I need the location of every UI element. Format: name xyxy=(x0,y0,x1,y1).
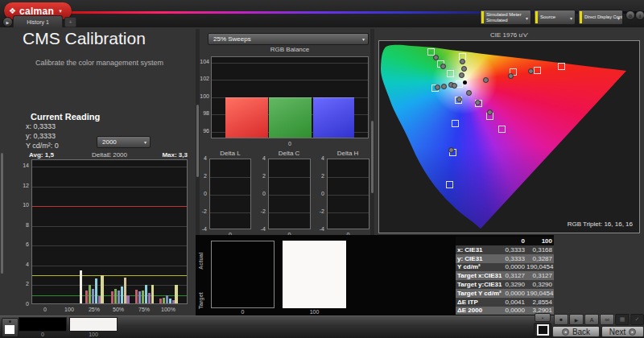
results-cell-value: 0,0000 xyxy=(502,263,526,270)
left-splitter[interactable] xyxy=(0,29,3,315)
deltae-xtick-label: 50% xyxy=(109,307,128,312)
reference-line xyxy=(32,295,187,296)
gridline xyxy=(32,285,187,286)
tab-scroll-button[interactable]: ▶ xyxy=(2,17,13,27)
gridline xyxy=(269,177,310,178)
settings-round-button[interactable]: ⚙ xyxy=(625,10,635,20)
yellow-status-bar xyxy=(535,11,538,23)
window-pattern-button[interactable] xyxy=(2,318,19,337)
deltae-bar xyxy=(85,291,88,303)
auto-advance-button[interactable]: A xyxy=(584,314,599,325)
delta-c-plot xyxy=(268,159,311,229)
confirm-button[interactable]: ✓ xyxy=(630,314,644,325)
pattern-thumb-0[interactable] xyxy=(19,317,67,332)
current-reading-heading: Current Reading xyxy=(31,112,100,122)
rgb-ytick-label: 102 xyxy=(192,76,209,81)
measure-play-button[interactable]: ▶ xyxy=(569,314,584,325)
results-cell-value: 2,8554 xyxy=(526,299,554,306)
delta-ytick-label: 2 xyxy=(313,173,324,179)
gridline xyxy=(269,195,310,196)
results-row-label: ΔE ITP xyxy=(456,299,502,306)
delta-ytick-label: 0 xyxy=(196,191,207,196)
deltae-bar xyxy=(114,289,117,303)
cie-target-marker xyxy=(446,181,453,188)
next-button[interactable]: Next ▸ xyxy=(601,326,644,337)
back-button[interactable]: ◂ Back xyxy=(552,326,600,337)
pattern-thumb-label: 100 xyxy=(69,332,118,337)
results-column-header: 100 xyxy=(526,237,554,245)
deltae-bar xyxy=(121,286,123,304)
meter-dropdown-line2: Simulated xyxy=(486,18,522,23)
forward-arrow-icon: ▸ xyxy=(629,328,636,336)
gridline xyxy=(210,177,250,178)
measure-stop-button[interactable]: ■ xyxy=(554,314,568,325)
right-splitter[interactable] xyxy=(370,29,374,235)
deltae-bar xyxy=(175,285,177,303)
results-cell-value: 0,3290 xyxy=(502,281,526,288)
pattern-grid-button[interactable]: ▦ xyxy=(615,314,630,325)
new-tab-button[interactable]: + xyxy=(64,17,76,27)
deltae-bar xyxy=(172,300,175,303)
tab-history-1[interactable]: History 1 xyxy=(13,15,63,27)
results-table-header: 0100 xyxy=(456,237,554,245)
white-window-icon xyxy=(5,325,14,334)
gridline xyxy=(210,212,250,213)
deltae-bar xyxy=(159,299,162,303)
dropdown-value: 25% Sweeps xyxy=(213,35,251,43)
results-table: 0100x: CIE310,33330,3168y: CIE310,33330,… xyxy=(456,237,554,315)
deltae-ytick-label: 10 xyxy=(14,202,29,208)
results-cell-value: 0,3127 xyxy=(526,272,554,279)
results-cell-value: 0,3127 xyxy=(502,272,526,279)
chevron-down-icon: ▾ xyxy=(362,36,365,42)
deltae-bar xyxy=(169,299,171,303)
gridline xyxy=(32,167,187,167)
cie-target-marker xyxy=(498,126,506,133)
delta-ytick-label: 4 xyxy=(196,155,207,161)
delta-ytick-label: -2 xyxy=(254,208,266,214)
yellow-status-bar xyxy=(481,11,484,23)
gridline xyxy=(32,187,187,188)
meter-dropdown-button[interactable]: Simulated Meter Simulated ▾ xyxy=(480,10,531,25)
next-button-label: Next xyxy=(609,328,626,336)
back-button-label: Back xyxy=(572,328,590,336)
back-arrow-icon: ◂ xyxy=(562,328,569,336)
results-row-label: x: CIE31 xyxy=(456,246,502,254)
deltae-ytick-label: 0 xyxy=(14,301,29,307)
play-icon: ▶ xyxy=(6,20,10,25)
delta-ytick-label: 2 xyxy=(196,173,207,179)
rgb-ytick-label: 100 xyxy=(192,93,209,99)
pattern-window-toggle-button[interactable] xyxy=(534,323,551,336)
source-dropdown-button[interactable]: Source ▾ xyxy=(534,10,576,25)
cie-measurement-marker xyxy=(460,59,465,64)
results-row-label: Y cd/m² xyxy=(456,263,502,270)
reference-line xyxy=(32,275,187,276)
pattern-thumb-100[interactable] xyxy=(69,317,118,332)
dot-icon xyxy=(9,320,11,323)
cie-measurement-marker xyxy=(440,64,446,69)
results-row-label: ΔE 2000 xyxy=(456,307,502,314)
pattern-dot-button[interactable]: • xyxy=(535,313,551,322)
display-control-dropdown-button[interactable]: Direct Display Control ▾ xyxy=(578,10,623,25)
grid-icon: ▦ xyxy=(620,316,625,323)
rgb-balance-bar-red xyxy=(225,97,268,138)
sweeps-dropdown[interactable]: 25% Sweeps ▾ xyxy=(208,33,369,45)
results-table-row: Target x:CIE310,31270,3127 xyxy=(456,271,554,280)
cie-markers-layer xyxy=(379,41,639,233)
yellow-status-bar xyxy=(580,11,582,23)
gridline xyxy=(328,177,369,178)
deltae-bar xyxy=(111,291,114,303)
info-icon: ℹ xyxy=(639,13,641,19)
patch-swatch-0 xyxy=(211,241,275,308)
gridline xyxy=(212,63,368,64)
target-luminance-dropdown[interactable]: 2000 ▾ xyxy=(97,136,151,148)
chevron-down-icon: ▾ xyxy=(526,14,528,20)
dot-icon: • xyxy=(542,315,543,320)
continuous-loop-button[interactable]: ∞ xyxy=(600,314,614,325)
results-row-label: Target Y cd/m² xyxy=(456,290,502,297)
cie-target-marker xyxy=(558,63,565,70)
gear-icon: ⚙ xyxy=(628,13,632,19)
deltae-bar xyxy=(163,298,165,303)
info-round-button[interactable]: ℹ xyxy=(635,10,644,20)
cie-measurement-marker xyxy=(456,97,462,102)
deltae-bar xyxy=(89,285,91,303)
